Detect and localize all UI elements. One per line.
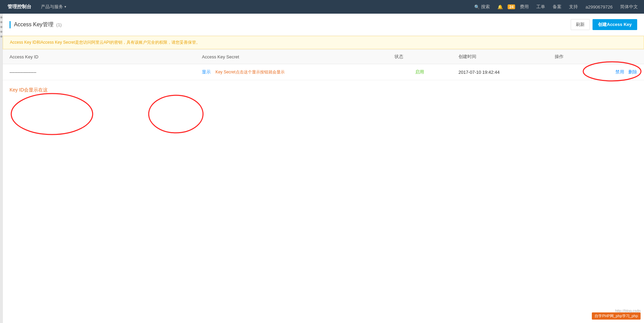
alert-text: Access Key ID和Access Key Secret是您访问阿里云AP…: [10, 40, 200, 45]
annotation-text: Key ID会显示在这: [3, 80, 644, 100]
sidebar-dot-5: [0, 36, 2, 38]
sidebar-dot-1: [0, 16, 2, 18]
show-secret-link[interactable]: 显示: [202, 69, 211, 74]
search-icon: 🔍: [474, 4, 480, 10]
created-time: 2017-07-10 19:42:44: [459, 70, 500, 75]
nav-item-username[interactable]: a2990679726: [583, 4, 615, 10]
sidebar-dot-4: [0, 31, 2, 33]
key-id-annotation: Key ID会显示在这: [10, 87, 48, 93]
table-container: Access Key ID Access Key Secret 状态 创建时间 …: [3, 49, 644, 80]
access-key-table: Access Key ID Access Key Secret 状态 创建时间 …: [3, 49, 644, 80]
svg-point-1: [149, 95, 203, 133]
main-content: Access Key管理 (1) 刷新 创建Access Key Access …: [3, 14, 644, 323]
key-id-value: ——————————: [10, 70, 36, 75]
col-header-action: 操作: [548, 50, 644, 64]
page-title: Access Key管理 (1): [10, 21, 62, 28]
topnav-right: 🔍 搜索 🔔 24 费用 工单 备案 支持 a2990679726 简体中文: [471, 4, 641, 10]
page-header-actions: 刷新 创建Access Key: [571, 19, 637, 30]
products-label: 产品与服务: [41, 0, 63, 14]
table-overlay-container: Access Key ID Access Key Secret 状态 创建时间 …: [3, 49, 644, 80]
refresh-button[interactable]: 刷新: [571, 19, 590, 30]
nav-item-support[interactable]: 支持: [566, 4, 581, 10]
search-button[interactable]: 🔍 搜索: [471, 4, 493, 10]
disable-button[interactable]: 禁用: [615, 69, 624, 74]
topnav-left: 管理控制台 产品与服务 ▾: [3, 0, 70, 14]
nav-item-language[interactable]: 简体中文: [617, 4, 641, 10]
table-cell-secret: 显示 Key Secret点击这个显示按钮就会显示: [195, 64, 387, 80]
alert-warning: Access Key ID和Access Key Secret是您访问阿里云AP…: [3, 36, 644, 49]
table-cell-action: 禁用 删除: [548, 64, 644, 80]
search-label: 搜索: [481, 4, 490, 10]
table-cell-status: 启用: [388, 64, 452, 80]
table-header-row: Access Key ID Access Key Secret 状态 创建时间 …: [3, 50, 644, 64]
nav-item-cost[interactable]: 费用: [517, 4, 531, 10]
brand-logo[interactable]: 管理控制台: [3, 4, 35, 10]
col-header-id: Access Key ID: [3, 50, 195, 64]
nav-item-beian[interactable]: 备案: [550, 4, 564, 10]
table-cell-id: ——————————: [3, 64, 195, 80]
notification-badge[interactable]: 24: [508, 4, 515, 9]
secret-hint-text: Key Secret点击这个显示按钮就会显示: [215, 70, 285, 74]
sidebar-dot-2: [0, 21, 2, 23]
delete-button[interactable]: 删除: [628, 69, 637, 74]
col-header-status: 状态: [388, 50, 452, 64]
col-header-secret: Access Key Secret: [195, 50, 387, 64]
status-badge: 启用: [415, 69, 424, 74]
corner-url: http://blog.csdn: [615, 309, 641, 313]
bell-icon[interactable]: 🔔: [495, 4, 506, 10]
table-row: —————————— 显示 Key Secret点击这个显示按钮就会显示 启用 …: [3, 64, 644, 80]
products-menu[interactable]: 产品与服务 ▾: [37, 0, 70, 14]
chevron-down-icon: ▾: [64, 0, 66, 14]
top-navigation: 管理控制台 产品与服务 ▾ 🔍 搜索 🔔 24 费用 工单 备案 支持 a299…: [0, 0, 644, 14]
nav-item-ticket[interactable]: 工单: [534, 4, 548, 10]
page-header: Access Key管理 (1) 刷新 创建Access Key: [3, 14, 644, 36]
create-access-key-button[interactable]: 创建Access Key: [593, 19, 637, 30]
left-sidebar: [0, 14, 3, 323]
table-cell-created: 2017-07-10 19:42:44: [452, 64, 548, 80]
sidebar-dot-3: [0, 26, 2, 28]
corner-brand: 自学PHP网_php学习_php: [592, 312, 641, 320]
col-header-created: 创建时间: [452, 50, 548, 64]
